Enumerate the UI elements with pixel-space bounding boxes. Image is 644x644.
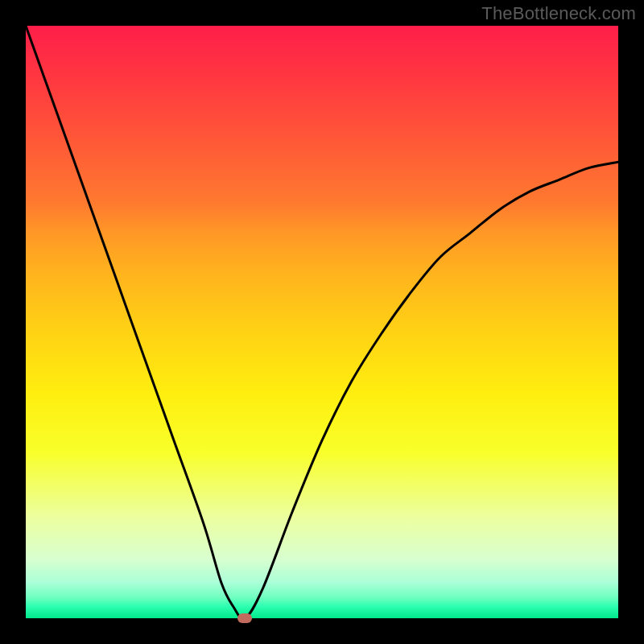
plot-area (26, 26, 618, 618)
optimum-marker (237, 613, 252, 623)
bottleneck-curve (26, 26, 618, 618)
chart-frame: TheBottleneck.com (0, 0, 644, 644)
watermark-text: TheBottleneck.com (481, 3, 636, 24)
